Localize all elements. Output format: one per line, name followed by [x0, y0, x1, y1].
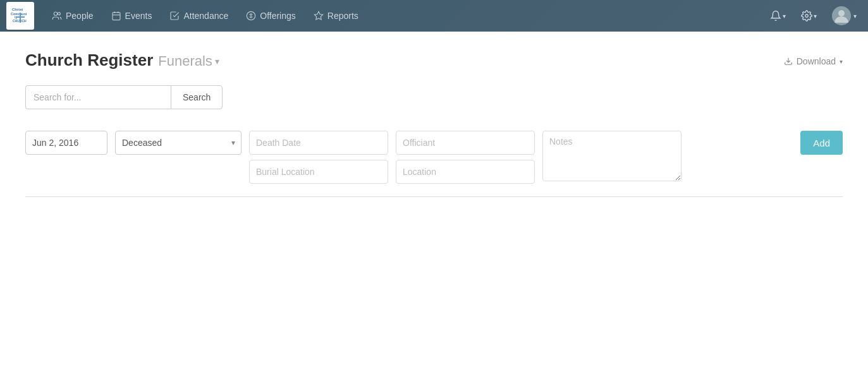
settings-button[interactable]: ▾ — [796, 8, 822, 24]
death-date-input[interactable] — [249, 131, 388, 155]
download-button[interactable]: Download ▾ — [784, 56, 843, 66]
notifications-button[interactable]: ▾ — [765, 8, 791, 24]
officiant-input[interactable] — [396, 131, 535, 155]
nav-item-attendance[interactable]: Attendance — [162, 7, 236, 25]
download-caret-icon: ▾ — [840, 58, 843, 65]
svg-text:Communi: Communi — [11, 12, 27, 16]
nav-item-offerings[interactable]: Offerings — [238, 7, 303, 25]
burial-location-input[interactable] — [249, 160, 388, 184]
bell-icon — [770, 10, 781, 21]
page-title-row: Church Register Funerals ▾ Download ▾ — [25, 51, 843, 70]
attendance-icon — [169, 11, 180, 21]
download-label: Download — [797, 56, 836, 66]
svg-rect-9 — [113, 13, 120, 20]
officiant-location-group — [396, 131, 535, 184]
nav-item-events[interactable]: Events — [104, 7, 160, 25]
location-input[interactable] — [396, 160, 535, 184]
search-button[interactable]: Search — [171, 85, 223, 109]
search-input[interactable] — [25, 85, 171, 109]
svg-point-7 — [54, 12, 57, 15]
offerings-icon — [246, 11, 256, 21]
page-title-sub[interactable]: Funerals ▾ — [158, 53, 219, 69]
svg-point-17 — [838, 10, 845, 16]
nav-label-attendance: Attendance — [183, 11, 228, 21]
deceased-select-wrapper: Deceased ▾ — [115, 131, 241, 155]
app-logo[interactable]: Christ Communi ty CHURCH — [6, 2, 34, 30]
main-content: Church Register Funerals ▾ Download ▾ Se… — [0, 32, 868, 384]
nav-label-people: People — [66, 11, 94, 21]
nav-right: ▾ ▾ ▾ — [765, 4, 862, 28]
svg-text:Christ: Christ — [12, 8, 23, 11]
nav-label-offerings: Offerings — [260, 11, 296, 21]
nav-label-events: Events — [125, 11, 152, 21]
notes-textarea[interactable] — [542, 131, 682, 181]
nav-items: People Events Attendance Offerings Repor… — [44, 7, 765, 25]
events-icon — [111, 11, 121, 21]
death-burial-group — [249, 131, 388, 184]
nav-item-reports[interactable]: Reports — [306, 7, 366, 25]
svg-point-15 — [805, 15, 809, 18]
svg-point-8 — [58, 13, 60, 15]
date-field[interactable] — [25, 131, 107, 155]
add-button[interactable]: Add — [800, 131, 843, 155]
avatar — [832, 6, 851, 25]
main-nav: Christ Communi ty CHURCH People Events — [0, 0, 868, 32]
deceased-select[interactable]: Deceased — [115, 131, 241, 155]
reports-icon — [314, 11, 324, 21]
download-icon — [784, 57, 793, 66]
profile-caret: ▾ — [853, 13, 857, 20]
notes-group — [542, 131, 682, 184]
page-title-left: Church Register Funerals ▾ — [25, 51, 219, 70]
nav-item-people[interactable]: People — [44, 7, 101, 25]
funerals-caret-icon: ▾ — [215, 56, 219, 66]
profile-button[interactable]: ▾ — [827, 4, 862, 28]
page-title-main: Church Register — [25, 51, 153, 70]
notifications-caret: ▾ — [783, 13, 786, 20]
gear-icon — [801, 10, 812, 21]
search-bar: Search — [25, 85, 843, 109]
section-divider — [25, 196, 843, 197]
svg-marker-14 — [314, 11, 322, 20]
people-icon — [52, 11, 62, 21]
funeral-form-row: Deceased ▾ Add — [25, 124, 843, 190]
nav-label-reports: Reports — [327, 11, 358, 21]
settings-caret: ▾ — [814, 13, 817, 20]
